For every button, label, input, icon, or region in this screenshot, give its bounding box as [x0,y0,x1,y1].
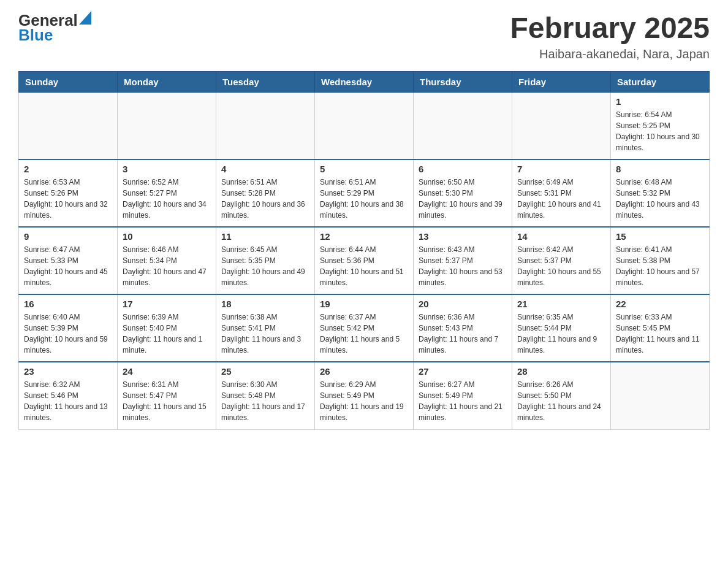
calendar-week-row: 2Sunrise: 6:53 AM Sunset: 5:26 PM Daylig… [19,159,710,227]
calendar-cell: 24Sunrise: 6:31 AM Sunset: 5:47 PM Dayli… [118,362,216,429]
day-info: Sunrise: 6:54 AM Sunset: 5:25 PM Dayligh… [616,109,704,153]
calendar-cell: 25Sunrise: 6:30 AM Sunset: 5:48 PM Dayli… [216,362,315,429]
day-info: Sunrise: 6:37 AM Sunset: 5:42 PM Dayligh… [320,312,408,356]
day-number: 6 [419,164,507,174]
calendar-cell: 17Sunrise: 6:39 AM Sunset: 5:40 PM Dayli… [118,294,216,362]
day-header-thursday: Thursday [414,71,512,92]
day-number: 10 [123,231,211,242]
day-info: Sunrise: 6:29 AM Sunset: 5:49 PM Dayligh… [320,379,408,423]
day-number: 7 [517,164,605,174]
day-number: 24 [123,366,211,377]
day-number: 1 [616,96,704,107]
day-info: Sunrise: 6:31 AM Sunset: 5:47 PM Dayligh… [123,379,211,423]
day-header-monday: Monday [118,71,216,92]
day-info: Sunrise: 6:38 AM Sunset: 5:41 PM Dayligh… [221,312,309,356]
day-number: 19 [320,299,408,309]
page-header: General Blue February 2025 Haibara-akane… [18,12,710,61]
calendar-week-row: 23Sunrise: 6:32 AM Sunset: 5:46 PM Dayli… [19,362,710,429]
calendar-header-row: SundayMondayTuesdayWednesdayThursdayFrid… [19,71,710,92]
day-number: 25 [221,366,309,377]
calendar-cell [315,92,414,159]
day-number: 15 [616,231,704,242]
day-info: Sunrise: 6:35 AM Sunset: 5:44 PM Dayligh… [517,312,605,356]
calendar-cell: 9Sunrise: 6:47 AM Sunset: 5:33 PM Daylig… [19,227,118,294]
calendar-cell: 16Sunrise: 6:40 AM Sunset: 5:39 PM Dayli… [19,294,118,362]
day-info: Sunrise: 6:43 AM Sunset: 5:37 PM Dayligh… [419,244,507,288]
calendar-cell: 27Sunrise: 6:27 AM Sunset: 5:49 PM Dayli… [414,362,512,429]
calendar-cell: 11Sunrise: 6:45 AM Sunset: 5:35 PM Dayli… [216,227,315,294]
day-number: 26 [320,366,408,377]
calendar-cell: 6Sunrise: 6:50 AM Sunset: 5:30 PM Daylig… [414,159,512,227]
calendar-cell: 26Sunrise: 6:29 AM Sunset: 5:49 PM Dayli… [315,362,414,429]
calendar-cell [512,92,611,159]
calendar-cell: 20Sunrise: 6:36 AM Sunset: 5:43 PM Dayli… [414,294,512,362]
day-info: Sunrise: 6:41 AM Sunset: 5:38 PM Dayligh… [616,244,704,288]
day-number: 20 [419,299,507,309]
day-number: 2 [24,164,112,174]
calendar-cell: 14Sunrise: 6:42 AM Sunset: 5:37 PM Dayli… [512,227,611,294]
day-info: Sunrise: 6:26 AM Sunset: 5:50 PM Dayligh… [517,379,605,423]
day-header-saturday: Saturday [611,71,710,92]
calendar-cell: 28Sunrise: 6:26 AM Sunset: 5:50 PM Dayli… [512,362,611,429]
day-number: 4 [221,164,309,174]
calendar-cell: 7Sunrise: 6:49 AM Sunset: 5:31 PM Daylig… [512,159,611,227]
logo-triangle-icon [79,11,91,25]
logo-text-blue: Blue [18,26,53,44]
day-number: 17 [123,299,211,309]
day-info: Sunrise: 6:49 AM Sunset: 5:31 PM Dayligh… [517,177,605,221]
day-number: 8 [616,164,704,174]
calendar-cell: 22Sunrise: 6:33 AM Sunset: 5:45 PM Dayli… [611,294,710,362]
day-header-tuesday: Tuesday [216,71,315,92]
calendar-week-row: 9Sunrise: 6:47 AM Sunset: 5:33 PM Daylig… [19,227,710,294]
day-info: Sunrise: 6:33 AM Sunset: 5:45 PM Dayligh… [616,312,704,356]
day-number: 23 [24,366,112,377]
day-number: 21 [517,299,605,309]
day-header-sunday: Sunday [19,71,118,92]
day-number: 5 [320,164,408,174]
calendar-cell: 13Sunrise: 6:43 AM Sunset: 5:37 PM Dayli… [414,227,512,294]
day-number: 3 [123,164,211,174]
calendar-week-row: 16Sunrise: 6:40 AM Sunset: 5:39 PM Dayli… [19,294,710,362]
day-info: Sunrise: 6:48 AM Sunset: 5:32 PM Dayligh… [616,177,704,221]
day-number: 13 [419,231,507,242]
svg-marker-0 [79,11,91,25]
day-info: Sunrise: 6:53 AM Sunset: 5:26 PM Dayligh… [24,177,112,221]
calendar-cell: 19Sunrise: 6:37 AM Sunset: 5:42 PM Dayli… [315,294,414,362]
calendar-cell: 15Sunrise: 6:41 AM Sunset: 5:38 PM Dayli… [611,227,710,294]
day-info: Sunrise: 6:30 AM Sunset: 5:48 PM Dayligh… [221,379,309,423]
day-info: Sunrise: 6:44 AM Sunset: 5:36 PM Dayligh… [320,244,408,288]
logo: General Blue [18,12,91,43]
day-number: 18 [221,299,309,309]
calendar-cell: 2Sunrise: 6:53 AM Sunset: 5:26 PM Daylig… [19,159,118,227]
calendar-cell [611,362,710,429]
day-info: Sunrise: 6:47 AM Sunset: 5:33 PM Dayligh… [24,244,112,288]
calendar-cell: 3Sunrise: 6:52 AM Sunset: 5:27 PM Daylig… [118,159,216,227]
day-info: Sunrise: 6:42 AM Sunset: 5:37 PM Dayligh… [517,244,605,288]
calendar-cell: 12Sunrise: 6:44 AM Sunset: 5:36 PM Dayli… [315,227,414,294]
day-number: 22 [616,299,704,309]
calendar-cell [118,92,216,159]
day-info: Sunrise: 6:50 AM Sunset: 5:30 PM Dayligh… [419,177,507,221]
calendar-cell: 18Sunrise: 6:38 AM Sunset: 5:41 PM Dayli… [216,294,315,362]
day-info: Sunrise: 6:45 AM Sunset: 5:35 PM Dayligh… [221,244,309,288]
day-header-friday: Friday [512,71,611,92]
day-info: Sunrise: 6:39 AM Sunset: 5:40 PM Dayligh… [123,312,211,356]
day-number: 9 [24,231,112,242]
day-info: Sunrise: 6:27 AM Sunset: 5:49 PM Dayligh… [419,379,507,423]
calendar-cell: 21Sunrise: 6:35 AM Sunset: 5:44 PM Dayli… [512,294,611,362]
day-number: 16 [24,299,112,309]
calendar-cell [414,92,512,159]
calendar-cell [216,92,315,159]
day-number: 11 [221,231,309,242]
day-number: 14 [517,231,605,242]
title-area: February 2025 Haibara-akanedai, Nara, Ja… [510,12,710,61]
calendar-table: SundayMondayTuesdayWednesdayThursdayFrid… [18,71,710,430]
day-number: 28 [517,366,605,377]
subtitle: Haibara-akanedai, Nara, Japan [510,47,710,61]
day-number: 27 [419,366,507,377]
day-info: Sunrise: 6:46 AM Sunset: 5:34 PM Dayligh… [123,244,211,288]
calendar-cell: 23Sunrise: 6:32 AM Sunset: 5:46 PM Dayli… [19,362,118,429]
calendar-cell: 5Sunrise: 6:51 AM Sunset: 5:29 PM Daylig… [315,159,414,227]
day-info: Sunrise: 6:36 AM Sunset: 5:43 PM Dayligh… [419,312,507,356]
calendar-week-row: 1Sunrise: 6:54 AM Sunset: 5:25 PM Daylig… [19,92,710,159]
